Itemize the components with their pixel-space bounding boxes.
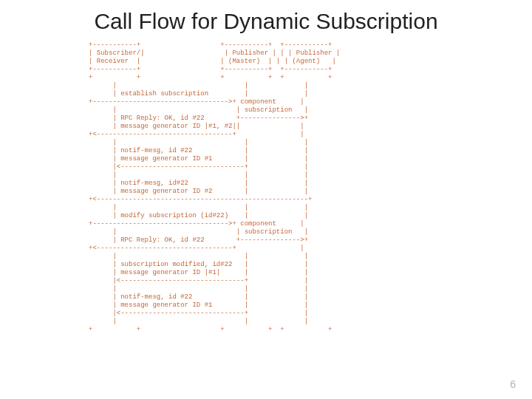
page-number: 6 (510, 378, 516, 390)
call-flow-diagram: +-----------+ +-----------+ +-----------… (89, 41, 443, 334)
page-title: Call Flow for Dynamic Subscription (0, 9, 532, 34)
slide: Call Flow for Dynamic Subscription +----… (0, 0, 532, 399)
